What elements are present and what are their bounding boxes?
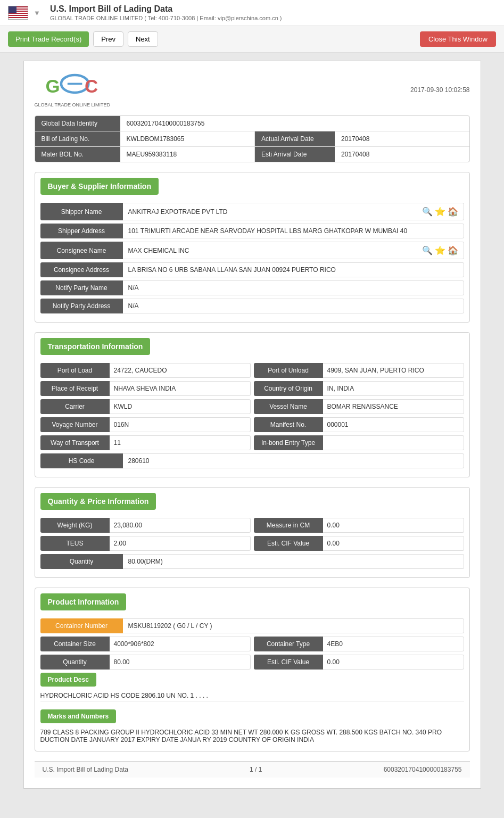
svg-text:C: C <box>85 76 98 96</box>
way-transport-pair: Way of Transport 11 <box>40 435 251 450</box>
shipper-name-row: Shipper Name ANKITRAJ EXPOTRADE PVT LTD … <box>40 203 464 220</box>
carrier-label: Carrier <box>40 399 110 414</box>
container-size-value: 4000*906*802 <box>110 637 251 651</box>
country-origin-pair: Country of Origin IN, INDIA <box>254 381 464 396</box>
notify-party-address-label: Notify Party Address <box>40 299 123 313</box>
product-qty-pair: Quantity 80.00 <box>40 655 251 670</box>
voyage-number-label: Voyage Number <box>40 417 110 432</box>
voyage-manifest-row: Voyage Number 016N Manifest No. 000001 <box>40 417 464 432</box>
container-type-pair: Container Type 4EB0 <box>254 637 464 651</box>
place-receipt-value: NHAVA SHEVA INDIA <box>110 381 251 396</box>
product-section: Product Information Container Number MSK… <box>35 588 470 751</box>
inbond-pair: In-bond Entry Type <box>254 435 464 450</box>
hs-code-value: 280610 <box>123 453 464 468</box>
teus-value: 2.00 <box>110 536 251 551</box>
identity-master-bol-row: Mater BOL No. MAEU959383118 Esti Arrival… <box>35 147 469 162</box>
carrier-vessel-row: Carrier KWLD Vessel Name BOMAR RENAISSAN… <box>40 399 464 414</box>
shipper-star-icon[interactable]: ⭐ <box>435 206 445 217</box>
consignee-name-label: Consignee Name <box>40 242 123 259</box>
master-bol-value: MAEU959383118 <box>120 147 255 162</box>
teus-pair: TEUS 2.00 <box>40 536 251 551</box>
footer-right: 6003201704100000183755 <box>384 766 462 773</box>
carrier-value: KWLD <box>110 399 251 414</box>
identity-bol-row: Bill of Lading No. KWLDBOM1783065 Actual… <box>35 131 469 147</box>
voyage-number-value: 016N <box>110 417 251 432</box>
global-data-label: Global Data Identity <box>35 116 120 131</box>
product-cif-value: 0.00 <box>323 655 464 670</box>
consignee-search-icon[interactable]: 🔍 <box>422 245 433 255</box>
notify-party-name-value: N/A <box>123 280 464 295</box>
shipper-search-icon[interactable]: 🔍 <box>422 206 433 217</box>
consignee-action-icons: 🔍 ⭐ 🏠 <box>422 245 458 255</box>
consignee-home-icon[interactable]: 🏠 <box>448 245 458 255</box>
buyer-supplier-body: Shipper Name ANKITRAJ EXPOTRADE PVT LTD … <box>35 200 469 322</box>
transportation-header: Transportation Information <box>40 338 151 355</box>
place-receipt-pair: Place of Receipt NHAVA SHEVA INDIA <box>40 381 251 396</box>
consignee-star-icon[interactable]: ⭐ <box>435 245 445 255</box>
actual-arrival-label: Actual Arrival Date <box>255 131 335 146</box>
logo-text: GLOBAL TRADE ONLINE LIMITED <box>35 102 111 108</box>
main-content: G C GLOBAL TRADE ONLINE LIMITED 2017-09-… <box>23 61 481 789</box>
shipper-home-icon[interactable]: 🏠 <box>448 206 458 217</box>
country-origin-label: Country of Origin <box>254 381 323 396</box>
notify-party-address-row: Notify Party Address N/A <box>40 299 464 313</box>
weight-value: 23,080.00 <box>110 518 251 533</box>
product-qty-value: 80.00 <box>110 655 251 670</box>
consignee-name-row: Consignee Name MAX CHEMICAL INC 🔍 ⭐ 🏠 <box>40 242 464 259</box>
vessel-name-value: BOMAR RENAISSANCE <box>323 399 464 414</box>
prev-button[interactable]: Prev <box>93 31 123 47</box>
measure-cm-value: 0.00 <box>323 518 464 533</box>
timestamp: 2017-09-30 10:02:58 <box>410 86 469 94</box>
footer-left: U.S. Import Bill of Lading Data <box>43 766 128 773</box>
shipper-address-value: 101 TRIMURTI ARCADE NEAR SARVODAY HOSPIT… <box>123 224 464 238</box>
carrier-pair: Carrier KWLD <box>40 399 251 414</box>
quantity-price-section: Quantity & Price Information Weight (KG)… <box>35 487 470 578</box>
quantity-price-body: Weight (KG) 23,080.00 Measure in CM 0.00… <box>35 515 469 577</box>
vessel-name-label: Vessel Name <box>254 399 323 414</box>
esti-arrival-label: Esti Arrival Date <box>255 147 335 162</box>
buyer-supplier-section: Buyer & Supplier Information Shipper Nam… <box>35 172 470 323</box>
marks-label: Marks and Numbers <box>40 709 117 723</box>
voyage-pair: Voyage Number 016N <box>40 417 251 432</box>
close-button[interactable]: Close This Window <box>420 31 496 47</box>
consignee-name-value: MAX CHEMICAL INC 🔍 ⭐ 🏠 <box>123 242 464 259</box>
manifest-pair: Manifest No. 000001 <box>254 417 464 432</box>
weight-label: Weight (KG) <box>40 518 110 533</box>
hs-code-row: HS Code 280610 <box>40 453 464 468</box>
bol-value: KWLDBOM1783065 <box>120 131 255 146</box>
port-load-pair: Port of Load 24722, CAUCEDO <box>40 363 251 378</box>
transportation-body: Port of Load 24722, CAUCEDO Port of Unlo… <box>35 360 469 477</box>
app-subtitle: GLOBAL TRADE ONLINE LIMITED ( Tel: 400-7… <box>50 15 282 21</box>
marks-block: Marks and Numbers 789 CLASS 8 PACKING GR… <box>40 705 464 746</box>
port-unload-label: Port of Unload <box>254 363 323 378</box>
marks-value: 789 CLASS 8 PACKING GROUP II HYDROCHLORI… <box>40 726 464 746</box>
measure-cm-label: Measure in CM <box>254 518 323 533</box>
shipper-action-icons: 🔍 ⭐ 🏠 <box>422 206 458 217</box>
top-bar: ▼ U.S. Import Bill of Lading Data GLOBAL… <box>0 0 504 26</box>
container-type-value: 4EB0 <box>323 637 464 651</box>
buyer-supplier-header: Buyer & Supplier Information <box>40 178 159 195</box>
product-desc-label: Product Desc <box>40 673 96 687</box>
container-number-row: Container Number MSKU8119202 ( G0 / L / … <box>40 618 464 633</box>
quantity-value: 80.00(DRM) <box>123 554 464 569</box>
weight-pair: Weight (KG) 23,080.00 <box>40 518 251 533</box>
receipt-country-row: Place of Receipt NHAVA SHEVA INDIA Count… <box>40 381 464 396</box>
product-desc-value: HYDROCHLORIC ACID HS CODE 2806.10 UN NO.… <box>40 690 464 702</box>
manifest-no-label: Manifest No. <box>254 417 323 432</box>
manifest-no-value: 000001 <box>323 417 464 432</box>
bol-label: Bill of Lading No. <box>35 131 120 146</box>
shipper-address-row: Shipper Address 101 TRIMURTI ARCADE NEAR… <box>40 224 464 238</box>
country-origin-value: IN, INDIA <box>323 381 464 396</box>
quantity-row: Quantity 80.00(DRM) <box>40 554 464 569</box>
svg-text:G: G <box>45 76 60 96</box>
product-desc-block: Product Desc HYDROCHLORIC ACID HS CODE 2… <box>40 673 464 702</box>
place-receipt-label: Place of Receipt <box>40 381 110 396</box>
notify-party-address-value: N/A <box>123 299 464 313</box>
flag-dropdown[interactable]: ▼ <box>34 9 40 17</box>
esti-cif-value: 0.00 <box>323 536 464 551</box>
footer: U.S. Import Bill of Lading Data 1 / 1 60… <box>35 761 470 778</box>
identity-card: Global Data Identity 6003201704100000183… <box>35 115 470 162</box>
print-button[interactable]: Print Trade Record(s) <box>8 31 89 47</box>
next-button[interactable]: Next <box>128 31 158 47</box>
container-number-label: Container Number <box>40 618 123 633</box>
